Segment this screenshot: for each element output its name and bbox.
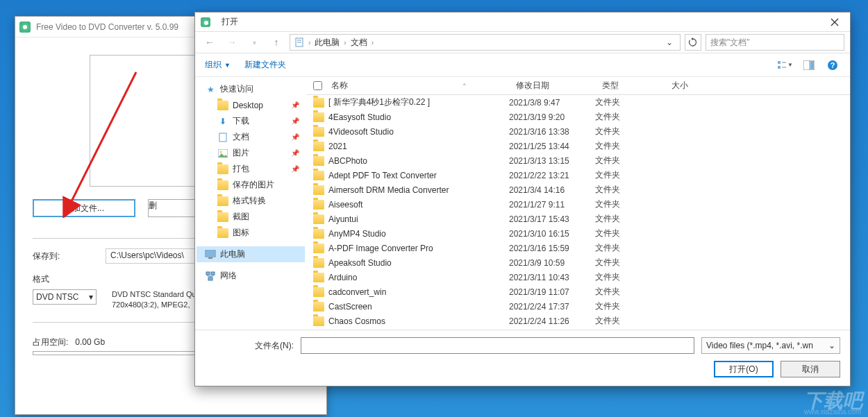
column-name[interactable]: 名称 ⌃ (324, 80, 509, 92)
file-date: 2021/3/11 10:43 (509, 273, 595, 282)
file-name: 4Videosoft Studio (328, 127, 394, 137)
chevron-down-icon: ⌄ (828, 341, 835, 350)
filename-input[interactable] (301, 337, 694, 354)
sidebar-item-quick-access[interactable]: ★ 快速访问 (197, 81, 305, 97)
column-size[interactable]: 大小 (665, 80, 720, 92)
dialog-footer: 文件名(N): Video files (*.mp4, *.avi, *.wn … (195, 330, 850, 386)
preview-pane-button[interactable] (801, 58, 817, 72)
svg-rect-10 (810, 61, 814, 69)
file-date: 2021/3/16 15:59 (509, 244, 595, 253)
sidebar-item-icon[interactable]: 图标 (197, 225, 305, 241)
folder-icon (217, 101, 228, 110)
file-date: 2021/3/9 10:59 (509, 258, 595, 268)
delete-button[interactable]: 删 (148, 199, 197, 217)
help-button[interactable]: ? (825, 58, 840, 72)
nav-forward-button[interactable]: → (223, 34, 241, 51)
pin-icon: 📌 (291, 133, 305, 141)
file-name: Aiseesoft (328, 200, 362, 210)
close-button[interactable] (819, 12, 850, 31)
open-dialog: 打开 ← → ▾ ↑ › 此电脑 › 文档 › ⌄ 搜索"文档" 组织▼ 新建文… (194, 12, 851, 386)
sidebar-item-documents[interactable]: 文档📌 (197, 129, 305, 145)
open-button[interactable]: 打开(O) (714, 361, 774, 377)
usage-value: 0.00 Gb (75, 337, 105, 347)
sidebar-item-this-pc[interactable]: 此电脑 (197, 246, 305, 262)
file-name: Adept PDF To Text Converter (328, 171, 437, 180)
chevron-right-icon: › (344, 39, 346, 46)
file-filter-select[interactable]: Video files (*.mp4, *.avi, *.wn ⌄ (701, 337, 840, 354)
file-type: 文件夹 (595, 315, 665, 327)
sidebar-item-package[interactable]: 打包📌 (197, 161, 305, 177)
breadcrumb[interactable]: › 此电脑 › 文档 › ⌄ (290, 34, 681, 51)
svg-rect-4 (778, 61, 781, 64)
file-row[interactable]: Aiyuntui2021/3/17 15:43文件夹 (306, 212, 850, 226)
path-dropdown-button[interactable]: ⌄ (663, 37, 676, 47)
file-name: A-PDF Image Converter Pro (328, 244, 433, 253)
folder-icon (313, 244, 324, 253)
format-select[interactable]: DVD NTSC ▾ (33, 289, 97, 305)
breadcrumb-this-pc[interactable]: 此电脑 (315, 37, 340, 49)
chevron-down-icon: ▼ (787, 62, 793, 68)
file-row[interactable]: [ 新华字典4秒1步检字0.22 ]2021/3/8 9:47文件夹 (306, 95, 850, 110)
sidebar-item-format-conv[interactable]: 格式转换 (197, 193, 305, 209)
sidebar-item-desktop[interactable]: Desktop📌 (197, 97, 305, 113)
computer-icon (205, 249, 216, 260)
file-row[interactable]: Aiseesoft2021/1/27 9:11文件夹 (306, 197, 850, 212)
file-type: 文件夹 (595, 257, 665, 269)
search-input[interactable]: 搜索"文档" (706, 34, 844, 51)
organize-menu[interactable]: 组织▼ (205, 59, 231, 71)
file-row[interactable]: Arduino2021/3/11 10:43文件夹 (306, 270, 850, 284)
folder-icon (313, 156, 324, 166)
file-row[interactable]: A-PDF Image Converter Pro2021/3/16 15:59… (306, 241, 850, 255)
chevron-right-icon: › (308, 39, 310, 46)
file-row[interactable]: Apeaksoft Studio2021/3/9 10:59文件夹 (306, 255, 850, 270)
pin-icon: 📌 (291, 101, 305, 109)
refresh-button[interactable] (685, 34, 701, 51)
network-icon (205, 271, 216, 282)
nav-up-button[interactable]: ↑ (267, 34, 285, 51)
nav-back-button[interactable]: ← (201, 34, 219, 51)
file-name: CastScreen (328, 302, 372, 312)
folder-icon (313, 302, 324, 312)
new-folder-button[interactable]: 新建文件夹 (244, 59, 286, 71)
file-row[interactable]: CastScreen2021/2/24 17:37文件夹 (306, 299, 850, 314)
watermark-url: www.xiazaiba.com (804, 408, 861, 416)
folder-icon (313, 98, 324, 108)
file-row[interactable]: AnyMP4 Studio2021/3/10 16:15文件夹 (306, 226, 850, 241)
file-row[interactable]: ABCPhoto2021/3/13 13:15文件夹 (306, 153, 850, 168)
chevron-down-icon: ▾ (89, 292, 93, 302)
nav-recent-button[interactable]: ▾ (245, 34, 263, 51)
column-type[interactable]: 类型 (595, 80, 665, 92)
cancel-button[interactable]: 取消 (781, 361, 840, 377)
open-dialog-title: 打开 (222, 16, 238, 28)
file-date: 2021/1/25 13:44 (509, 142, 595, 151)
file-row[interactable]: Aimersoft DRM Media Converter2021/3/4 14… (306, 182, 850, 197)
file-date: 2021/3/19 9:20 (509, 112, 595, 122)
file-type: 文件夹 (595, 111, 665, 123)
sidebar-item-downloads[interactable]: ⬇ 下载📌 (197, 113, 305, 129)
folder-icon (313, 200, 324, 210)
file-row[interactable]: 4Easysoft Studio2021/3/19 9:20文件夹 (306, 110, 850, 124)
folder-icon (313, 229, 324, 239)
file-row[interactable]: Chaos Cosmos2021/2/24 11:26文件夹 (306, 314, 850, 328)
view-options-button[interactable]: ▼ (778, 58, 793, 72)
file-row[interactable]: 20212021/1/25 13:44文件夹 (306, 139, 850, 153)
file-row[interactable]: Adept PDF To Text Converter2021/2/22 13:… (306, 168, 850, 182)
file-row[interactable]: cadconvert_win2021/3/19 11:07文件夹 (306, 284, 850, 299)
svg-text:?: ? (831, 61, 835, 69)
select-all-checkbox[interactable] (313, 81, 322, 90)
document-icon (294, 37, 304, 47)
breadcrumb-documents[interactable]: 文档 (351, 37, 367, 49)
column-date[interactable]: 修改日期 (509, 80, 595, 92)
sidebar-item-saved-images[interactable]: 保存的图片 (197, 177, 305, 193)
sidebar-item-network[interactable]: 网络 (197, 268, 305, 284)
file-name: Arduino (328, 273, 357, 282)
view-list-icon (778, 60, 786, 70)
file-list[interactable]: 名称 ⌃ 修改日期 类型 大小 [ 新华字典4秒1步检字0.22 ]2021/3… (306, 77, 850, 330)
svg-rect-17 (206, 251, 215, 256)
sidebar-item-screenshot[interactable]: 截图 (197, 209, 305, 225)
sidebar-item-pictures[interactable]: 图片📌 (197, 145, 305, 161)
file-row[interactable]: 4Videosoft Studio2021/3/16 13:38文件夹 (306, 124, 850, 139)
file-type: 文件夹 (595, 126, 665, 137)
pin-icon: 📌 (291, 117, 305, 125)
file-date: 2021/3/13 13:15 (509, 156, 595, 166)
